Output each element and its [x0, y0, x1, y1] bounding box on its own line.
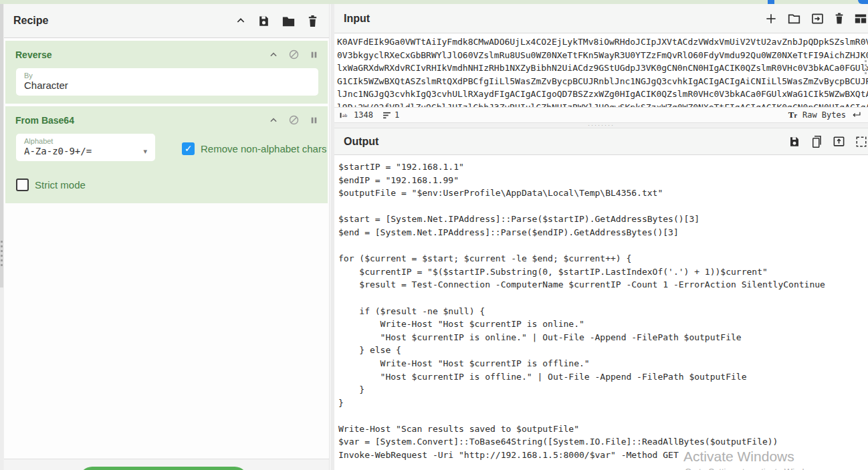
remove-non-alphabet-checkbox[interactable]: ✓ Remove non-alphabet chars — [182, 142, 326, 155]
add-input-tab-icon[interactable] — [764, 12, 778, 25]
open-folder-icon[interactable] — [787, 12, 801, 25]
operation-reverse-header: Reverse — [5, 41, 328, 64]
disable-op-icon[interactable] — [288, 49, 300, 60]
checkbox-label: Remove non-alphabet chars — [201, 143, 326, 154]
svg-text:ab: ab — [342, 112, 348, 117]
collapse-op-icon[interactable] — [269, 50, 278, 60]
input-textarea[interactable]: K0AVFdEIk9Ga0VWTtAiIyFmdk8CMwADO6UjLx4CO… — [334, 33, 868, 107]
arg-value: Character — [24, 80, 68, 91]
operation-title: From Base64 — [15, 115, 269, 126]
strict-mode-checkbox[interactable]: Strict mode — [16, 179, 328, 191]
recipe-pane: Recipe Reverse — [3, 4, 330, 470]
open-file-as-input-icon[interactable] — [810, 12, 825, 25]
save-recipe-icon[interactable] — [257, 15, 270, 27]
clear-input-trash-icon[interactable] — [834, 12, 845, 25]
operation-from-base64[interactable]: From Base64 Alphabet A-Za-z0-9+/= — [5, 106, 328, 203]
save-output-icon[interactable] — [788, 136, 800, 148]
char-count-value: 1348 — [354, 110, 373, 120]
maximise-output-icon[interactable] — [855, 136, 867, 148]
recipe-title: Recipe — [13, 15, 235, 27]
breakpoint-pause-icon[interactable] — [310, 116, 318, 125]
bake-button[interactable] — [79, 467, 248, 470]
input-header: Input — [334, 4, 868, 33]
checkbox-label: Strict mode — [35, 179, 86, 191]
disable-op-icon[interactable] — [288, 114, 300, 126]
arg-label: By — [24, 72, 312, 80]
replace-input-with-output-icon[interactable] — [833, 135, 845, 148]
input-scrollbar-grip[interactable] — [865, 60, 867, 74]
output-header: Output — [334, 128, 868, 155]
operation-from-base64-header: From Base64 — [5, 106, 328, 130]
clear-recipe-trash-icon[interactable] — [307, 15, 318, 27]
checkbox-checked-icon[interactable]: ✓ — [182, 142, 195, 155]
input-title: Input — [344, 13, 764, 25]
line-count-icon — [383, 112, 391, 119]
line-count-value: 1 — [395, 110, 399, 120]
input-tabs-grid-icon[interactable] — [854, 13, 867, 25]
collapse-op-icon[interactable] — [269, 116, 278, 125]
recipe-header: Recipe — [4, 4, 329, 38]
input-text-content: K0AVFdEIk9Ga0VWTtAiIyFmdk8CMwADO6UjLx4CO… — [337, 35, 868, 107]
output-area[interactable]: $startIP = "192.168.1.1" $endIP = "192.1… — [334, 155, 868, 470]
io-pane: Input K0AVFdEIk9Ga0VWTtA — [334, 4, 868, 470]
output-title: Output — [344, 136, 788, 148]
recipe-footer — [4, 459, 329, 470]
breakpoint-pause-icon[interactable] — [310, 50, 318, 60]
arg-label: Alphabet — [24, 137, 148, 145]
checkbox-unchecked-icon[interactable] — [16, 179, 29, 191]
input-output-splitter[interactable]: ········ — [334, 122, 868, 128]
character-encoding-icon[interactable]: Tr — [788, 110, 797, 120]
alphabet-dropdown[interactable]: Alphabet A-Za-z0-9+/= ▾ — [16, 134, 155, 161]
char-count-item: ab 1348 — [340, 110, 373, 120]
encoding-label[interactable]: Raw Bytes — [802, 110, 846, 120]
character-count-icon: ab — [340, 112, 350, 119]
cyberchef-app: Recipe Reverse — [0, 0, 868, 470]
output-code-content: $startIP = "192.168.1.1" $endIP = "192.1… — [338, 160, 868, 462]
operation-title: Reverse — [15, 49, 269, 60]
arg-value: A-Za-z0-9+/= — [24, 146, 92, 156]
chevron-down-icon: ▾ — [143, 147, 147, 156]
line-count-item: 1 — [383, 110, 399, 120]
copy-output-icon[interactable] — [810, 135, 823, 148]
reverse-by-select[interactable]: By Character — [16, 68, 318, 96]
input-status-bar: ab 1348 1 Tr Raw Bytes — [334, 107, 868, 122]
operation-reverse[interactable]: Reverse By Character — [5, 41, 328, 104]
load-recipe-folder-icon[interactable] — [282, 15, 296, 27]
line-ending-return-icon[interactable] — [851, 111, 861, 119]
collapse-recipe-icon[interactable] — [235, 15, 246, 26]
